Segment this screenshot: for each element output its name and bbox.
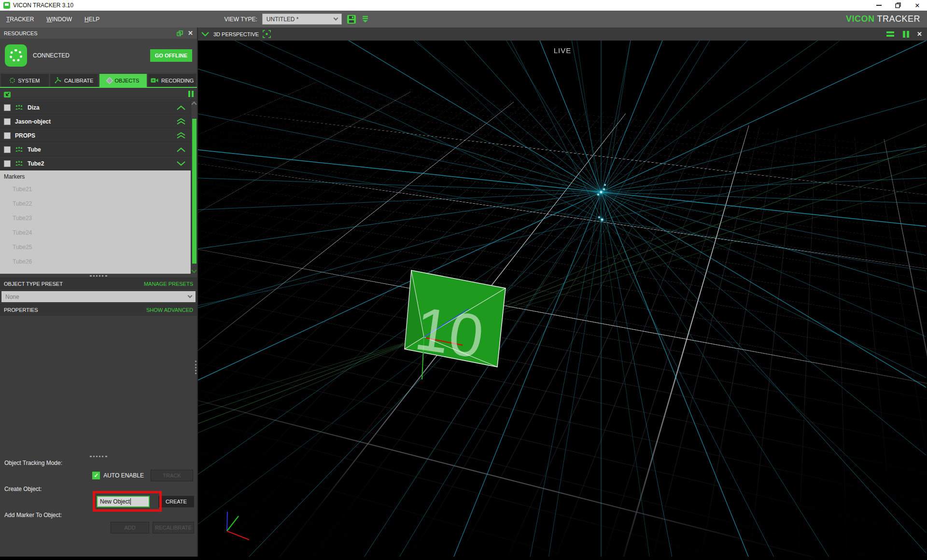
calibrate-wand-icon bbox=[55, 77, 61, 84]
close-icon: ✕ bbox=[915, 2, 920, 9]
load-object-button[interactable] bbox=[3, 90, 12, 98]
double-collapse-chevron-icon[interactable] bbox=[176, 118, 186, 125]
resources-title: RESOURCES bbox=[4, 30, 172, 36]
title-bar: VICON TRACKER 3.10 ✕ bbox=[0, 0, 927, 11]
object-row-diza[interactable]: Diza bbox=[0, 100, 197, 114]
scrollbar-thumb[interactable] bbox=[192, 119, 197, 264]
vicon-connection-icon bbox=[5, 44, 27, 67]
chevron-down-icon bbox=[333, 16, 338, 21]
marker-item[interactable]: Tube22 bbox=[4, 196, 197, 211]
menu-bar: TRACKER WINDOW HELP VIEW TYPE: UNTITLED … bbox=[0, 11, 927, 28]
object-row-jason-object[interactable]: Jason-object bbox=[0, 114, 197, 128]
recording-camera-icon bbox=[151, 78, 158, 83]
object-list: Diza Jason-object PROPS Tube bbox=[0, 100, 197, 274]
create-button[interactable]: CREATE bbox=[158, 496, 194, 507]
close-button[interactable]: ✕ bbox=[908, 0, 927, 11]
object-row-tube2[interactable]: Tube2 bbox=[0, 156, 197, 170]
marker-item[interactable]: Tube21 bbox=[4, 182, 197, 196]
marker-item[interactable]: Tube24 bbox=[4, 225, 197, 240]
marker-item[interactable]: Tube25 bbox=[4, 240, 197, 254]
object-checkbox[interactable] bbox=[4, 132, 11, 139]
live-status-label: LIVE bbox=[198, 46, 927, 55]
properties-empty-area bbox=[0, 316, 197, 454]
tab-calibrate[interactable]: CALIBRATE bbox=[50, 74, 98, 87]
object-list-scrollbar[interactable] bbox=[191, 100, 197, 274]
minimize-icon bbox=[876, 5, 882, 6]
go-offline-button[interactable]: GO OFFLINE bbox=[150, 49, 192, 62]
close-view-button[interactable]: ✕ bbox=[917, 30, 922, 38]
menu-tracker[interactable]: TRACKER bbox=[0, 11, 40, 28]
object-checkbox[interactable] bbox=[4, 118, 11, 125]
collapse-chevron-icon[interactable] bbox=[176, 147, 186, 153]
scroll-down-icon[interactable] bbox=[191, 267, 197, 273]
app-icon bbox=[3, 2, 10, 9]
preset-dropdown[interactable]: None bbox=[1, 291, 196, 303]
vicon-tracker-logo: VICON TRACKER bbox=[846, 14, 927, 24]
recalibrate-button[interactable]: RECALIBRATE bbox=[153, 522, 194, 533]
menu-help[interactable]: HELP bbox=[78, 11, 106, 28]
markers-group-icon bbox=[15, 105, 23, 110]
view-type-label: VIEW TYPE: bbox=[224, 16, 257, 23]
horizontal-splitter[interactable] bbox=[90, 275, 107, 277]
tracking-mode-label: Object Tracking Mode: bbox=[0, 458, 197, 468]
add-marker-label: Add Marker To Object: bbox=[0, 510, 197, 520]
view-menu-chevron-icon[interactable] bbox=[201, 31, 210, 37]
object-type-preset-header: OBJECT TYPE PRESET bbox=[4, 281, 144, 287]
system-icon bbox=[10, 78, 15, 83]
load-view-button[interactable] bbox=[362, 15, 369, 23]
pause-list-button[interactable] bbox=[188, 91, 194, 97]
create-object-label: Create Object: bbox=[0, 484, 197, 494]
resources-panel: RESOURCES ✕ CONNECTED GO OFFLINE SYSTEM … bbox=[0, 28, 198, 557]
objects-diamond-icon bbox=[106, 77, 112, 84]
object-number-label: 10 bbox=[411, 294, 488, 371]
center-view-icon[interactable] bbox=[263, 30, 271, 38]
pause-view-button[interactable] bbox=[903, 31, 909, 38]
markers-header: Markers bbox=[4, 173, 197, 180]
tracked-object-layer: 10 bbox=[198, 41, 926, 557]
connection-status: CONNECTED bbox=[33, 52, 150, 59]
view-type-dropdown[interactable]: UNTITLED * bbox=[262, 14, 342, 25]
tab-system[interactable]: SYSTEM bbox=[1, 74, 49, 87]
properties-header: PROPERTIES bbox=[4, 307, 146, 313]
tab-recording[interactable]: RECORDING bbox=[148, 74, 196, 87]
view-options-button[interactable] bbox=[886, 31, 894, 37]
menu-window[interactable]: WINDOW bbox=[40, 11, 78, 28]
panel-resize-handle[interactable] bbox=[195, 361, 197, 374]
float-panel-icon bbox=[177, 30, 183, 36]
object-checkbox[interactable] bbox=[4, 146, 11, 153]
manage-presets-link[interactable]: MANAGE PRESETS bbox=[144, 281, 193, 287]
chevron-down-icon bbox=[188, 294, 193, 298]
viewport-title: 3D PERSPECTIVE bbox=[213, 31, 259, 37]
double-collapse-chevron-icon[interactable] bbox=[176, 132, 186, 139]
object-checkbox[interactable] bbox=[4, 160, 11, 167]
restore-button[interactable] bbox=[888, 0, 908, 11]
checkmark-icon: ✓ bbox=[92, 472, 100, 479]
save-view-button[interactable] bbox=[347, 14, 357, 24]
object-checkbox[interactable] bbox=[4, 104, 11, 111]
restore-icon bbox=[895, 2, 901, 8]
object-row-tube[interactable]: Tube bbox=[0, 142, 197, 156]
window-title: VICON TRACKER 3.10 bbox=[13, 2, 73, 9]
world-axis-triad bbox=[227, 512, 249, 540]
collapse-chevron-icon[interactable] bbox=[176, 105, 186, 111]
object-row-props[interactable]: PROPS bbox=[0, 128, 197, 142]
markers-section: Markers Tube21 Tube22 Tube23 Tube24 Tube… bbox=[0, 170, 197, 274]
viewport-3d: 3D PERSPECTIVE ✕ bbox=[198, 28, 927, 557]
float-panel-button[interactable] bbox=[177, 30, 183, 36]
new-object-input[interactable]: New Object bbox=[97, 496, 150, 507]
show-advanced-link[interactable]: SHOW ADVANCED bbox=[146, 307, 193, 313]
markers-group-icon bbox=[15, 147, 23, 152]
minimize-button[interactable] bbox=[869, 0, 888, 11]
scene-3d[interactable]: 10 LIVE bbox=[198, 41, 927, 557]
expand-chevron-icon[interactable] bbox=[176, 161, 186, 167]
horizontal-splitter[interactable] bbox=[90, 456, 107, 457]
marker-item[interactable]: Tube23 bbox=[4, 211, 197, 225]
scroll-up-icon[interactable] bbox=[191, 101, 197, 107]
tab-objects[interactable]: OBJECTS bbox=[99, 74, 147, 87]
add-button[interactable]: ADD bbox=[111, 522, 149, 533]
track-button[interactable]: TRACK bbox=[151, 470, 193, 481]
marker-item[interactable]: Tube26 bbox=[4, 254, 197, 269]
text-caret bbox=[130, 498, 131, 505]
close-panel-button[interactable]: ✕ bbox=[188, 29, 193, 37]
auto-enable-checkbox[interactable]: ✓ AUTO ENABLE bbox=[92, 472, 144, 479]
